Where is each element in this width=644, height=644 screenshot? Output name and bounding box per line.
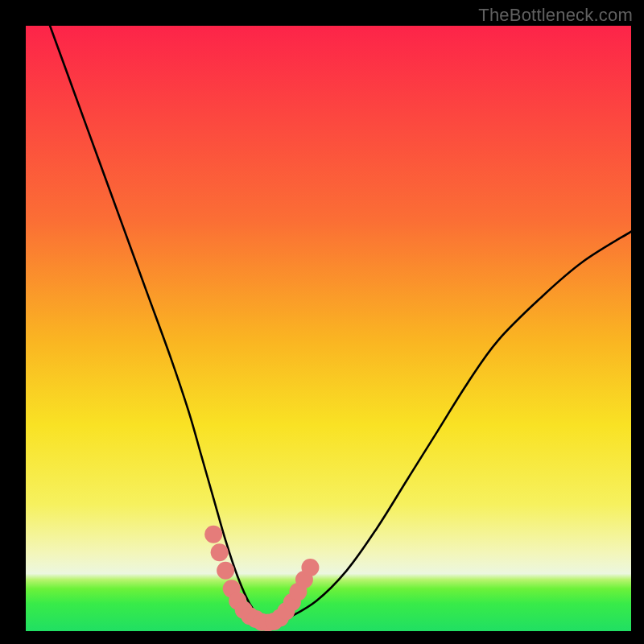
trough-marker-point <box>301 559 319 576</box>
trough-marker-point <box>217 562 234 580</box>
chart-frame: TheBottleneck.com <box>0 0 644 644</box>
trough-marker <box>204 526 319 631</box>
trough-marker-point <box>204 526 222 543</box>
main-curve <box>50 26 631 624</box>
trough-marker-point <box>211 543 229 561</box>
watermark-label: TheBottleneck.com <box>478 5 633 26</box>
chart-plot-area <box>26 26 631 631</box>
chart-curves <box>26 26 631 631</box>
